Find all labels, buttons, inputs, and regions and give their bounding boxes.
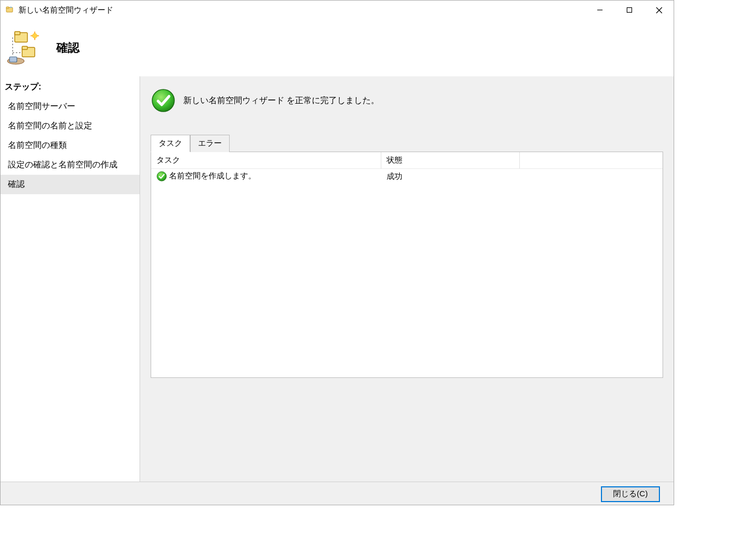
maximize-button[interactable] bbox=[615, 1, 644, 19]
window-controls bbox=[585, 1, 674, 19]
svg-rect-3 bbox=[627, 8, 632, 13]
svg-rect-18 bbox=[9, 57, 17, 62]
titlebar: 新しい名前空間ウィザード bbox=[1, 1, 674, 19]
task-cell: 名前空間を作成します。 bbox=[151, 169, 381, 184]
tasks-table: タスク状態 名前空間を作成します。成功 bbox=[151, 152, 663, 184]
svg-rect-16 bbox=[22, 46, 27, 49]
success-icon bbox=[151, 88, 176, 113]
minimize-button[interactable] bbox=[585, 1, 615, 19]
sidebar-step-item[interactable]: 名前空間の種類 bbox=[1, 136, 140, 155]
status-row: 新しい名前空間ウィザード を正常に完了しました。 bbox=[151, 88, 663, 113]
table-row[interactable]: 名前空間を作成します。成功 bbox=[151, 169, 663, 184]
svg-point-19 bbox=[152, 89, 174, 112]
success-icon bbox=[156, 171, 167, 182]
tab[interactable]: エラー bbox=[190, 135, 230, 152]
task-label: 名前空間を作成します。 bbox=[169, 171, 256, 180]
header-banner: 確認 bbox=[1, 19, 674, 76]
footer: 閉じる(C) bbox=[1, 482, 674, 505]
body: ステップ: 名前空間サーバー名前空間の名前と設定名前空間の種類設定の確認と名前空… bbox=[1, 76, 674, 482]
steps-heading: ステップ: bbox=[1, 79, 140, 97]
close-button[interactable]: 閉じる(C) bbox=[601, 486, 660, 502]
status-message: 新しい名前空間ウィザード を正常に完了しました。 bbox=[183, 95, 379, 106]
svg-point-20 bbox=[157, 172, 166, 181]
page-title: 確認 bbox=[56, 40, 80, 56]
close-window-button[interactable] bbox=[644, 1, 674, 19]
window-title: 新しい名前空間ウィザード bbox=[18, 5, 585, 15]
sidebar-step-item[interactable]: 名前空間サーバー bbox=[1, 97, 140, 116]
svg-rect-7 bbox=[15, 32, 20, 35]
app-icon bbox=[5, 5, 15, 15]
tab[interactable]: タスク bbox=[151, 135, 190, 152]
status-cell: 成功 bbox=[381, 169, 519, 184]
svg-rect-1 bbox=[6, 7, 9, 8]
main-panel: 新しい名前空間ウィザード を正常に完了しました。 タスクエラー タスク状態 名前… bbox=[140, 76, 674, 482]
steps-sidebar: ステップ: 名前空間サーバー名前空間の名前と設定名前空間の種類設定の確認と名前空… bbox=[1, 76, 140, 482]
empty-cell bbox=[519, 169, 663, 184]
svg-point-8 bbox=[32, 33, 37, 38]
sidebar-step-item[interactable]: 確認 bbox=[1, 175, 140, 194]
tabs: タスクエラー bbox=[151, 134, 663, 152]
sidebar-step-item[interactable]: 名前空間の名前と設定 bbox=[1, 116, 140, 136]
tab-content: タスク状態 名前空間を作成します。成功 bbox=[151, 152, 663, 378]
wizard-icon bbox=[5, 27, 47, 69]
table-header[interactable]: 状態 bbox=[381, 152, 519, 169]
sidebar-step-item[interactable]: 設定の確認と名前空間の作成 bbox=[1, 155, 140, 175]
table-header[interactable]: タスク bbox=[151, 152, 381, 169]
table-header[interactable] bbox=[519, 152, 663, 169]
